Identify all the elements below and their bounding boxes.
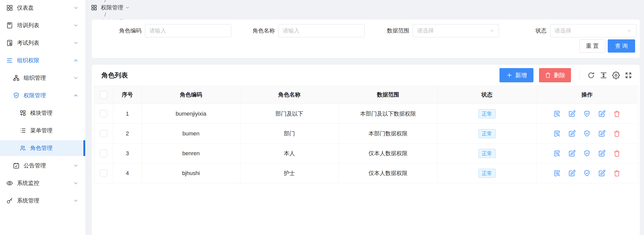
trash-icon[interactable] (613, 130, 621, 137)
permission-management-icon (13, 92, 20, 99)
data-scope-cell: 仅本人数据权限 (338, 144, 437, 163)
shield-check-icon[interactable] (583, 130, 591, 137)
status-filter: 状态 请选择 (535, 24, 636, 37)
edit-icon[interactable] (598, 169, 606, 177)
settings-icon[interactable] (612, 71, 620, 79)
org-permission-icon (6, 57, 13, 64)
sidebar-item-system-management[interactable]: 系统管理 (0, 193, 85, 209)
action-divider (564, 111, 565, 117)
role-name-filter: 角色名称 (253, 24, 365, 37)
trash-icon (545, 72, 551, 79)
breadcrumb-item[interactable]: 权限管理 (101, 4, 130, 11)
trash-icon[interactable] (613, 169, 621, 177)
sidebar-item-permission-management[interactable]: 权限管理 (0, 88, 85, 103)
sidebar-item-org-permission[interactable]: 组织权限 (0, 53, 85, 68)
menu-management-icon (19, 127, 26, 134)
row-checkbox[interactable] (100, 150, 107, 157)
role-code-cell: bjhushi (142, 163, 240, 183)
role-code-label: 角色编码 (119, 27, 141, 35)
reset-button[interactable]: 重 置 (579, 39, 605, 53)
row-number: 4 (113, 163, 142, 183)
status-badge: 正常 (478, 169, 496, 178)
sidebar-nav: 仪表盘 培训列表 考试列表 组织权限 组织管理 权限管理 模块管理 菜单管理 角… (0, 0, 85, 209)
action-divider (609, 111, 610, 117)
role-list-header: 角色列表 新增 删除 (92, 65, 640, 86)
system-management-icon (6, 197, 13, 204)
chevron-down-icon (125, 5, 130, 10)
org-management-icon (13, 74, 20, 82)
edit-icon[interactable] (598, 110, 606, 118)
role-name-cell: 护士 (240, 163, 338, 183)
shield-check-icon[interactable] (583, 110, 591, 118)
action-divider (579, 170, 580, 177)
row-actions (536, 110, 637, 118)
refresh-icon[interactable] (587, 71, 595, 79)
data-scope-placeholder: 请选择 (417, 27, 434, 35)
action-divider (609, 130, 610, 137)
edit-icon[interactable] (568, 110, 576, 118)
status-badge: 正常 (478, 149, 496, 158)
data-scope-cell: 本部门及以下数据权限 (338, 104, 437, 124)
action-divider (579, 130, 580, 137)
status-select[interactable]: 请选择 (550, 24, 636, 37)
edit-icon[interactable] (568, 130, 576, 137)
data-scope-label: 数据范围 (387, 27, 409, 35)
sidebar-item-module-management[interactable]: 模块管理 (0, 105, 85, 121)
delete-button[interactable]: 删除 (539, 68, 571, 82)
sidebar-item-menu-management[interactable]: 菜单管理 (0, 123, 85, 138)
chevron-down-icon (73, 5, 79, 11)
search-button[interactable]: 查 询 (608, 39, 635, 53)
sidebar-item-announcement-management[interactable]: 公告管理 (0, 158, 85, 174)
status-badge: 正常 (478, 129, 496, 138)
role-name-cell: 部门及以下 (240, 104, 338, 124)
table-row: 4 bjhushi 护士 仅本人数据权限 正常 (94, 163, 638, 183)
file-search-icon[interactable] (553, 110, 561, 118)
role-name-input[interactable] (278, 24, 365, 37)
edit-icon[interactable] (598, 130, 606, 137)
chevron-up-icon (73, 93, 79, 98)
file-search-icon[interactable] (553, 169, 561, 177)
sidebar-item-training-list[interactable]: 培训列表 (0, 18, 85, 33)
file-search-icon[interactable] (553, 150, 561, 157)
sidebar-item-exam-list[interactable]: 考试列表 (0, 35, 85, 51)
action-divider (594, 150, 595, 157)
shield-check-icon[interactable] (583, 150, 591, 157)
trash-icon[interactable] (613, 150, 621, 157)
row-checkbox[interactable] (100, 130, 107, 137)
role-name-cell: 本人 (240, 144, 338, 163)
row-checkbox[interactable] (100, 110, 107, 117)
action-divider (564, 170, 565, 177)
row-height-icon[interactable] (600, 71, 607, 79)
fullscreen-icon[interactable] (624, 71, 632, 79)
role-code-cell: benren (142, 144, 240, 163)
role-table: 序号角色编码角色名称数据范围状态操作 1 bumenjiyixia 部门及以下 … (94, 86, 638, 183)
edit-icon[interactable] (598, 150, 606, 157)
table-header-row: 序号角色编码角色名称数据范围状态操作 (94, 86, 638, 104)
breadcrumb: 组织权限/权限管理/角色管理 (91, 0, 130, 15)
shield-check-icon[interactable] (583, 169, 591, 177)
column-header: 状态 (437, 86, 536, 104)
file-search-icon[interactable] (553, 130, 561, 137)
edit-icon[interactable] (568, 150, 576, 157)
main-content: 组织权限/权限管理/角色管理 角色编码 角色名称 数据范围 请选择 状态 请选择… (85, 0, 644, 235)
sidebar-item-system-monitor[interactable]: 系统监控 (0, 175, 85, 191)
sidebar: 仪表盘 培训列表 考试列表 组织权限 组织管理 权限管理 模块管理 菜单管理 角… (0, 0, 85, 235)
add-button[interactable]: 新增 (499, 68, 533, 82)
select-all-checkbox[interactable] (100, 91, 107, 99)
edit-icon[interactable] (568, 169, 576, 177)
sidebar-item-role-management[interactable]: 角色管理 (0, 140, 85, 156)
role-code-input[interactable] (145, 24, 231, 37)
page-title: 角色列表 (101, 71, 128, 80)
breadcrumb-separator: / (104, 11, 106, 18)
sidebar-item-org-management[interactable]: 组织管理 (0, 70, 85, 86)
table-row: 3 benren 本人 仅本人数据权限 正常 (94, 144, 638, 163)
sidebar-item-dashboard[interactable]: 仪表盘 (0, 0, 85, 16)
trash-icon[interactable] (613, 110, 621, 118)
monitor-icon (6, 180, 13, 187)
grid-icon (91, 4, 97, 11)
announcement-icon (13, 162, 20, 169)
data-scope-select[interactable]: 请选择 (413, 24, 499, 37)
row-checkbox[interactable] (100, 169, 107, 177)
column-header: 序号 (113, 86, 142, 104)
action-divider (594, 170, 595, 177)
